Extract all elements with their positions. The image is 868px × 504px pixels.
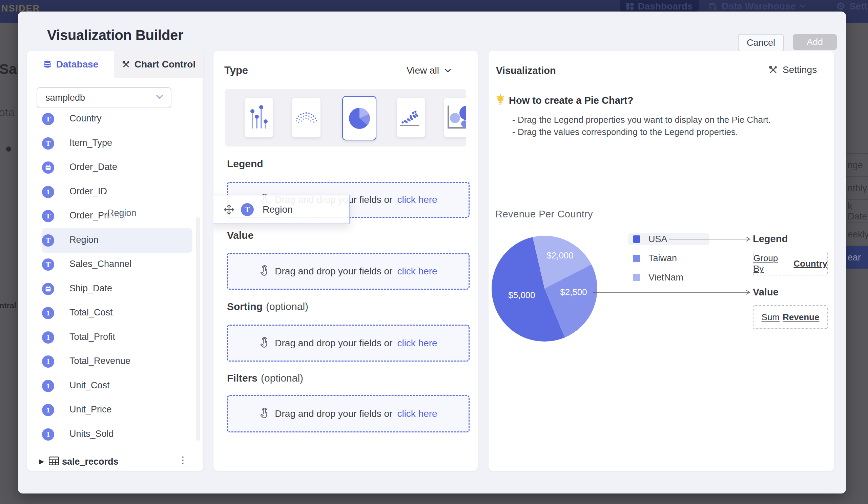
dropzone-click-here-link[interactable]: click here <box>397 266 437 277</box>
background-menu-item: eekly <box>846 223 868 246</box>
field-name: Country <box>70 113 102 124</box>
modal-title: Visualization Builder <box>47 27 183 43</box>
search-icon[interactable] <box>203 91 203 104</box>
nav-dashboards[interactable]: Dashboards <box>620 0 699 12</box>
legend-item[interactable]: VietNam <box>628 271 710 283</box>
legend-swatch <box>633 274 640 281</box>
sorting-dropzone[interactable]: Drag and drop your fields or click here <box>227 325 469 362</box>
chart-type-bubble[interactable] <box>444 98 466 137</box>
chart-type-scatter[interactable] <box>397 98 425 137</box>
number-field-icon: 1 <box>42 429 54 441</box>
visualization-builder-modal: Visualization Builder Cancel Add Databas… <box>18 11 846 494</box>
group-by-label: Group By <box>754 253 790 274</box>
hand-tap-icon <box>259 265 270 278</box>
builder-panel: Type View all <box>214 51 478 471</box>
field-row[interactable]: T Item_Type <box>27 131 203 156</box>
legend-item[interactable]: Taiwan <box>628 252 710 264</box>
field-row[interactable]: 1 Total_Cost <box>27 301 203 325</box>
field-row[interactable]: T Sales_Channel <box>27 252 203 277</box>
tip-line: - Drag the Legend properties you want to… <box>512 115 771 125</box>
text-field-icon: T <box>42 137 54 150</box>
text-field-icon: T <box>42 210 54 222</box>
field-row[interactable]: 1 Unit_Price <box>27 398 203 422</box>
field-row[interactable]: T Country <box>27 107 203 131</box>
date-field-icon <box>42 283 54 295</box>
bullet-dot <box>6 147 11 152</box>
field-name: Ship_Date <box>70 283 112 294</box>
add-button[interactable]: Add <box>793 34 837 50</box>
filters-section-label: Filters(optional) <box>227 372 303 384</box>
settings-button[interactable]: Settings <box>768 64 817 75</box>
value-section-label: Value <box>227 230 257 241</box>
field-row[interactable]: 1 Unit_Cost <box>27 374 203 398</box>
nav-dashboards-label: Dashboards <box>638 1 693 12</box>
lightbulb-icon <box>495 94 506 106</box>
table-row-sale-records[interactable]: ▶ sale_records ⋮ <box>27 451 203 471</box>
dropzone-text: Drag and drop your fields or <box>275 266 392 277</box>
tab-database-label: Database <box>56 59 99 70</box>
drag-ghost-label: Region <box>107 208 136 219</box>
arc-chart-icon <box>296 112 317 123</box>
value-dropzone[interactable]: Drag and drop your fields or click here <box>227 253 469 290</box>
pie-slice-value: $2,000 <box>547 250 574 261</box>
background-label-fragment: ntral <box>0 301 16 310</box>
tools-icon <box>122 60 130 69</box>
legend-callout-label: Legend <box>753 233 788 244</box>
view-all-button[interactable]: View all <box>406 65 451 76</box>
background-menu-item: ear <box>846 246 868 269</box>
field-name: Order_Date <box>70 162 117 172</box>
field-row[interactable]: 1 Total_Revenue <box>27 349 203 374</box>
text-field-icon: T <box>241 203 254 216</box>
scrollbar-thumb[interactable] <box>196 217 200 441</box>
caret-right-icon[interactable]: ▶ <box>39 457 44 465</box>
database-select[interactable]: sampledb <box>37 87 172 108</box>
background-dropdown-menu: ngenthlyk Dateeeklyear <box>846 153 868 269</box>
sum-revenue-box[interactable]: Sum Revenue <box>753 305 828 329</box>
screen: NSIDER Dashboards Data Warehouse ⚙ Setti… <box>0 0 868 504</box>
dragged-field-label: Region <box>262 204 293 215</box>
dropzone-click-here-link[interactable]: click here <box>397 409 437 419</box>
field-row[interactable]: 1 Units_Sold <box>27 422 203 447</box>
chevron-down-icon <box>156 94 163 99</box>
legend-callout-arrow <box>669 236 752 242</box>
field-row[interactable]: 1 Total_Profit <box>27 325 203 350</box>
chart-type-arc[interactable] <box>292 98 320 137</box>
settings-label: Settings <box>783 64 817 75</box>
database-select-value: sampledb <box>45 93 85 103</box>
filters-dropzone[interactable]: Drag and drop your fields or click here <box>227 395 469 432</box>
dropzone-click-here-link[interactable]: click here <box>397 194 437 205</box>
group-by-country-box[interactable]: Group By Country <box>753 252 828 275</box>
tab-chart-control-label: Chart Control <box>134 59 196 70</box>
field-name: Total_Cost <box>70 307 113 318</box>
hand-tap-icon <box>259 408 270 420</box>
number-field-icon: 1 <box>42 331 54 344</box>
chart-type-lollipop[interactable] <box>245 98 273 137</box>
kebab-menu-icon[interactable]: ⋮ <box>178 454 188 466</box>
table-icon <box>49 456 59 465</box>
legend-item-label: VietNam <box>649 272 683 283</box>
visualization-title: Visualization <box>496 65 556 76</box>
field-row[interactable]: Order_Date <box>27 155 203 180</box>
database-panel: Database Chart Control sampledb T Countr… <box>27 51 203 471</box>
tab-chart-control[interactable]: Chart Control <box>114 51 203 78</box>
nav-data-warehouse[interactable]: Data Warehouse <box>708 0 806 12</box>
pie-slice-value: $5,000 <box>508 290 535 301</box>
number-field-icon: 1 <box>42 355 54 367</box>
number-field-icon: 1 <box>42 186 54 198</box>
chart-type-pie[interactable] <box>342 96 376 140</box>
field-row[interactable]: T Region <box>27 228 203 253</box>
sum-field: Revenue <box>783 312 819 323</box>
visualization-panel: Visualization Settings How to create a P… <box>488 51 834 471</box>
dragged-field-chip[interactable]: T Region <box>214 195 350 224</box>
sorting-section-label: Sorting(optional) <box>227 301 308 312</box>
pie-slice-value: $2,500 <box>560 287 587 298</box>
cancel-button[interactable]: Cancel <box>738 34 784 52</box>
chart-title: Revenue Per Country <box>495 209 593 220</box>
field-row[interactable]: Ship_Date <box>27 277 203 301</box>
background-menu-item: k Date <box>846 200 868 223</box>
tip-title: How to create a Pie Chart? <box>509 95 633 106</box>
dropzone-click-here-link[interactable]: click here <box>397 338 437 349</box>
field-row[interactable]: 1 Order_ID <box>27 180 203 204</box>
tab-database[interactable]: Database <box>27 51 114 78</box>
nav-settings[interactable]: ⚙ Settings <box>836 0 868 12</box>
